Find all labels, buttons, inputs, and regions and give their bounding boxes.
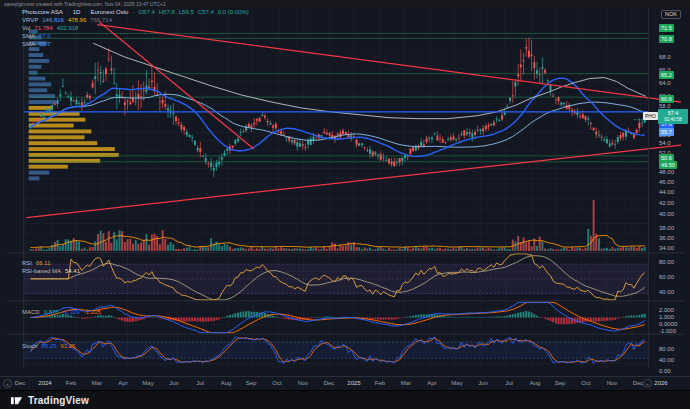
scroll-left-button[interactable]: « (3, 379, 12, 388)
time-axis-label: Aug (530, 380, 541, 387)
legend-token: MACD (22, 309, 40, 316)
rsi-pane-legend[interactable]: RSI66.11RSI-based MA54.41 (22, 260, 80, 276)
legend-row[interactable]: SMA57.6 (22, 33, 249, 40)
time-axis-label: Dec (633, 380, 644, 387)
legend-token: · (132, 9, 134, 16)
legend-token: -1.205 (84, 309, 101, 316)
legend-token: O57.4 (138, 9, 154, 16)
legend-row[interactable]: Stoch88.2591.25 (22, 343, 75, 350)
legend-token: 0.0 (0.00%) (218, 9, 249, 16)
legend-token: -0.329 (63, 309, 80, 316)
legend-token: L56.5 (179, 9, 194, 16)
tradingview-wordmark: TradingView (28, 395, 89, 406)
go-to-realtime-button[interactable]: » (643, 379, 652, 388)
legend-row[interactable]: RSI-based MA54.41 (22, 268, 80, 275)
price-chart-canvas[interactable] (0, 8, 690, 390)
price-tick: 36.00 (659, 235, 674, 241)
time-axis-label: Aug (221, 380, 232, 387)
price-tick: 38.00 (659, 225, 674, 231)
main-chart-legend[interactable]: Photocure ASA·1D·Euronext Oslo·O57.4H57.… (22, 9, 249, 49)
price-level-badge: 65.2 (659, 71, 674, 79)
legend-token: Stoch (22, 343, 37, 350)
time-axis-label: May (142, 380, 153, 387)
time-axis[interactable]: Dec2024FebMarAprMayJunJulAugSepOctNovDec… (0, 376, 690, 390)
legend-token: 66.11 (36, 260, 51, 267)
time-axis-label: Feb (375, 380, 385, 387)
time-axis-label: Feb (66, 380, 76, 387)
tradingview-logo-icon (10, 394, 23, 407)
time-axis-label: Dec (15, 380, 26, 387)
time-axis-label: Sep (246, 380, 257, 387)
sma-value-badge: 55.7 (659, 128, 674, 136)
legend-token: 88.25 (41, 343, 56, 350)
legend-token: 54.41 (65, 268, 80, 275)
macd-pane-legend[interactable]: MACD0.876-0.329-1.205 (22, 309, 101, 317)
price-tick: 44.00 (659, 189, 674, 195)
time-axis-label: Dec (324, 380, 335, 387)
tradingview-screenshot: saveplginvest created with TradingView.c… (0, 0, 690, 409)
legend-token: Vol (22, 25, 30, 32)
time-axis-label: Mar (401, 380, 411, 387)
time-axis-label: Jul (196, 380, 204, 387)
legend-token: 91.25 (60, 343, 75, 350)
legend-token: C57.4 (198, 9, 214, 16)
price-tick: 40.00 (659, 211, 674, 217)
stoch-pane-legend[interactable]: Stoch88.2591.25 (22, 343, 75, 351)
legend-row[interactable]: SMA55.7 (22, 41, 249, 48)
symbol-title-row[interactable]: Photocure ASA·1D·Euronext Oslo·O57.4H57.… (22, 9, 249, 16)
legend-token: SMA (22, 41, 35, 48)
legend-token: RSI-based MA (22, 268, 61, 275)
legend-token: 146.816 (42, 17, 64, 24)
rsi-pane (24, 254, 649, 300)
legend-token: 57.6 (39, 33, 51, 40)
legend-row[interactable]: MACD0.876-0.329-1.205 (22, 309, 101, 316)
time-axis-label: Jun (169, 380, 179, 387)
time-axis-label: 2026 (654, 380, 667, 387)
price-tick: 64.0 (659, 80, 671, 86)
price-tick: 34.00 (659, 245, 674, 251)
price-tick: 54.0 (659, 140, 671, 146)
bar-countdown: 02:40:58 (658, 117, 688, 124)
time-axis-label: Nov (298, 380, 309, 387)
price-tick: 46.00 (659, 179, 674, 185)
legend-row[interactable]: RSI66.11 (22, 260, 80, 267)
legend-token: H57.8 (159, 9, 175, 16)
price-tick: 80.00 (659, 259, 674, 265)
price-tick: 42.00 (659, 200, 674, 206)
watermark: saveplginvest created with TradingView.c… (0, 0, 690, 8)
legend-token: SMA (22, 33, 35, 40)
time-axis-label: Nov (607, 380, 618, 387)
legend-row[interactable]: Vol71.784402.918 (22, 25, 249, 32)
legend-token: 766.714 (90, 17, 112, 24)
legend-token: · (67, 9, 69, 16)
macd-pane (30, 302, 646, 332)
price-tick: 48.00 (659, 169, 674, 175)
price-tick: 40.00 (659, 289, 674, 295)
legend-token: VRVP (22, 17, 38, 24)
price-level-badge: 49.50 (659, 161, 677, 169)
sma-57-line[interactable] (31, 78, 645, 156)
time-axis-label: May (451, 380, 462, 387)
price-scale[interactable]: NOK 68.066.064.062.058.056.054.052.048.0… (655, 8, 690, 376)
time-axis-label: Sep (555, 380, 566, 387)
price-tick: 0.00 (659, 368, 671, 374)
legend-token: 478.96 (68, 17, 86, 24)
legend-token: 402.918 (57, 25, 79, 32)
time-axis-label: Oct (272, 380, 281, 387)
price-tick: -1.000 (659, 328, 676, 334)
legend-row[interactable]: VRVP146.816478.96766.714 (22, 17, 249, 24)
legend-token: 71.784 (34, 25, 52, 32)
price-tick: 40.00 (659, 357, 674, 363)
time-axis-label: 2025 (347, 380, 360, 387)
time-axis-label: Oct (581, 380, 590, 387)
price-level-badge: 70.8 (659, 35, 674, 43)
symbol-price-label: PHO (643, 112, 658, 120)
legend-token: 55.7 (39, 41, 51, 48)
currency-badge: NOK (661, 10, 681, 19)
time-axis-label: Mar (92, 380, 102, 387)
time-axis-label: Jun (478, 380, 488, 387)
stoch-pane (24, 337, 649, 364)
current-price-badge: 57.402:40:58 (658, 109, 688, 124)
legend-token: 1D (73, 9, 81, 16)
legend-token: Euronext Oslo (90, 9, 128, 16)
